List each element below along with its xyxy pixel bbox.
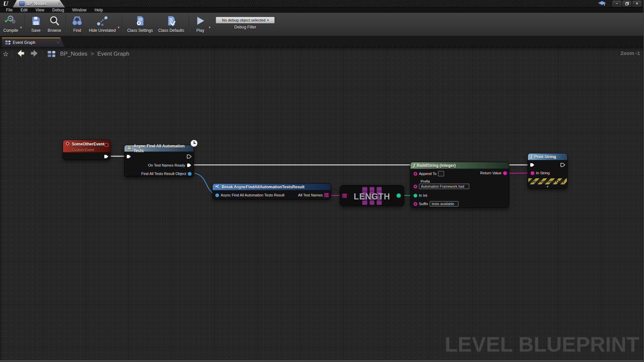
event-override-badge	[105, 143, 108, 147]
wire-layer	[0, 47, 644, 360]
all-test-names-output-pin[interactable]: All Test Names	[298, 193, 328, 197]
window-bottom-edge	[0, 360, 643, 362]
development-only-banner: Development Only	[528, 178, 567, 184]
window-controls: – ×	[612, 1, 641, 6]
class-settings-button[interactable]: Class Settings	[124, 14, 156, 33]
menu-debug[interactable]: Debug	[48, 8, 68, 12]
play-options-dropdown-icon[interactable]: ▾	[209, 25, 210, 29]
blueprint-asset-icon	[19, 1, 24, 6]
toolbar: ⚙⚙✔ Compile ▾ Save Browse Find	[0, 13, 643, 36]
on-test-names-ready-pin[interactable]: On Test Names Ready	[148, 163, 192, 167]
asset-tab-title: BP_Nodes	[26, 1, 47, 6]
debug-filter-group: No debug object selected ▾ Debug Filter	[216, 14, 275, 29]
exec-out-pin[interactable]	[560, 163, 565, 167]
node-break-asyncfindallautomationtestsresult[interactable]: Break AsyncFindAllAutomationTestsResult …	[212, 183, 331, 199]
zoom-level-indicator: Zoom -1	[621, 50, 640, 56]
exec-out-pin[interactable]	[187, 155, 192, 159]
menu-help[interactable]: Help	[91, 8, 107, 12]
binoculars-icon	[72, 14, 83, 27]
prefix-label: Prefix	[421, 179, 430, 183]
menu-edit[interactable]: Edit	[16, 8, 32, 12]
menu-file[interactable]: File	[2, 8, 16, 12]
unreal-logo-icon: U	[3, 0, 8, 7]
gear-page-icon	[135, 14, 145, 27]
compile-options-dropdown-icon[interactable]: ▾	[20, 25, 22, 29]
async-result-input-pin[interactable]: Async Find All Automation Tests Result	[215, 193, 284, 197]
return-value-pin[interactable]: Return Value	[480, 171, 507, 175]
event-subtitle: Custom Event	[72, 148, 108, 152]
find-all-tests-result-object-pin[interactable]: Find All Tests Result Object	[141, 172, 192, 176]
breadcrumb-page[interactable]: Event Graph	[97, 51, 129, 57]
prefix-input[interactable]: Automation Framework had	[419, 184, 469, 189]
browse-button[interactable]: Browse	[45, 14, 64, 33]
append-to-input[interactable]	[438, 171, 444, 176]
node-some-other-event[interactable]: SomeOtherEvent Custom Event	[63, 140, 111, 160]
menu-view[interactable]: View	[32, 8, 48, 12]
exec-in-pin[interactable]	[126, 155, 131, 159]
node-print-string[interactable]: ƒ Print String In String Development Onl…	[528, 153, 568, 189]
function-icon: ƒ	[530, 154, 532, 159]
class-defaults-button[interactable]: Class Defaults	[156, 14, 187, 33]
append-to-pin[interactable]: Append To	[414, 171, 444, 176]
exec-out-pin[interactable]	[104, 155, 109, 159]
debug-object-select[interactable]: No debug object selected ▾	[216, 17, 275, 23]
document-tab-bar: Event Graph ×	[0, 36, 643, 47]
toolbar-separator	[122, 15, 122, 34]
tutorial-cap-icon[interactable]	[598, 1, 606, 8]
tab-event-graph[interactable]: Event Graph ×	[2, 38, 64, 47]
asset-tab-close-icon[interactable]: ×	[58, 1, 60, 6]
magnifier-icon	[49, 14, 60, 27]
breadcrumb-asset[interactable]: BP_Nodes	[60, 51, 87, 57]
play-button[interactable]: Play	[191, 14, 209, 33]
nav-forward-icon[interactable]	[29, 49, 39, 59]
compile-gears-icon: ⚙⚙✔	[4, 14, 17, 27]
play-icon	[195, 14, 205, 27]
close-button[interactable]: ×	[633, 1, 641, 6]
toolbar-separator	[66, 15, 66, 34]
minimize-button[interactable]: –	[612, 1, 621, 6]
node-buildstring-integer[interactable]: ƒ BuildString (integer) Append To Return…	[410, 162, 509, 208]
suffix-pin[interactable]: Suffix tests available	[414, 201, 459, 206]
prefix-pin[interactable]: Automation Framework had	[414, 184, 469, 189]
bookmark-star-icon[interactable]: ☆	[3, 50, 9, 58]
async-box-icon	[127, 146, 131, 151]
toolbar-separator	[189, 15, 189, 34]
hide-unrelated-dropdown-icon[interactable]: ▾	[118, 25, 119, 29]
latent-clock-icon	[190, 139, 198, 148]
length-title: LENGTH	[340, 192, 404, 201]
debug-filter-label: Debug Filter	[234, 25, 256, 29]
find-button[interactable]: Find	[68, 14, 86, 33]
nav-back-icon[interactable]	[16, 49, 26, 59]
in-int-pin[interactable]: In Int	[414, 193, 427, 197]
breadcrumb: ☆ BP_Nodes > Event Graph	[0, 49, 129, 59]
hide-unrelated-button[interactable]: Hide Unrelated	[86, 14, 118, 33]
break-struct-icon	[215, 184, 220, 189]
suffix-input[interactable]: tests available	[430, 201, 459, 206]
restore-button[interactable]	[623, 1, 631, 6]
collapse-arrow-icon[interactable]: ▼	[546, 185, 549, 188]
unreal-blueprint-editor: U BP_Nodes × – × File Edit View Debug Wi…	[0, 0, 644, 362]
tab-close-icon[interactable]: ×	[57, 41, 59, 45]
asset-tab-bp-nodes[interactable]: BP_Nodes ×	[13, 0, 65, 7]
floppy-icon	[31, 14, 41, 27]
menu-bar: File Edit View Debug Window Help	[0, 7, 643, 13]
event-graph-canvas[interactable]: ☆ BP_Nodes > Event Graph Zoom -1 LEVEL B…	[0, 47, 644, 360]
page-check-icon	[166, 14, 176, 27]
int-output-pin[interactable]	[396, 193, 401, 198]
node-async-find-all-automation-tests[interactable]: Async Find All Automation Tests On Test …	[124, 145, 194, 177]
select-caret-icon: ▾	[267, 18, 269, 22]
event-diamond-icon	[65, 141, 70, 147]
compile-button[interactable]: ⚙⚙✔ Compile	[1, 14, 21, 33]
in-string-pin[interactable]: In String	[531, 171, 550, 175]
save-button[interactable]: Save	[27, 14, 45, 33]
node-graph-icon	[96, 14, 108, 27]
node-array-length[interactable]: LENGTH	[340, 185, 404, 206]
function-icon: ƒ	[413, 163, 415, 168]
toolbar-separator	[24, 15, 25, 34]
exec-in-pin[interactable]	[530, 163, 535, 167]
title-bar: U BP_Nodes × – ×	[0, 0, 643, 7]
graph-icon	[48, 51, 55, 57]
array-input-pin[interactable]	[342, 194, 346, 198]
graph-icon	[5, 41, 10, 45]
menu-window[interactable]: Window	[68, 8, 91, 12]
